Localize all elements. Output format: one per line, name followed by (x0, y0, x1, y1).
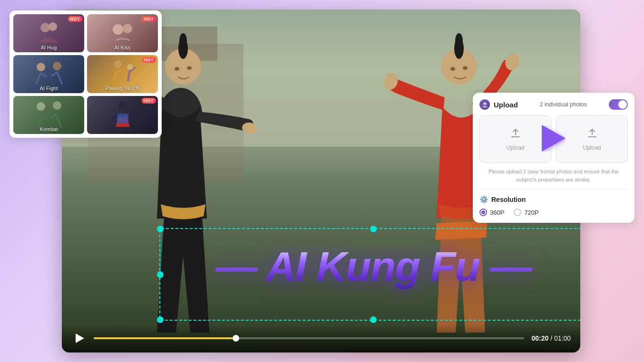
play-icon (76, 333, 84, 343)
radio-720p-label: 720P (524, 209, 538, 216)
svg-point-17 (113, 24, 123, 35)
radio-720p-circle (514, 209, 521, 216)
upload-header: Upload 2 individual photos (479, 99, 628, 110)
upload-panel: Upload 2 individual photos Upload (473, 93, 634, 223)
upload-icon (479, 99, 490, 110)
thumb-ninja-hot: HOT (142, 98, 156, 104)
thumb-ninja[interactable]: HOT (87, 96, 158, 134)
svg-point-7 (187, 66, 192, 70)
upload-title-row: Upload (479, 99, 518, 110)
toggle-knob (618, 100, 627, 109)
svg-point-14 (463, 66, 468, 70)
thumb-taichi-hot: HOT (142, 57, 156, 63)
resolution-720p[interactable]: 720P (514, 209, 538, 216)
resolution-icon: ⚙️ (479, 195, 488, 204)
thumb-kombat-label: Kombat (13, 126, 84, 132)
time-display: 00:20 / 01:00 (531, 334, 571, 342)
thumb-hug-hot: HOT (68, 16, 83, 22)
thumb-ai-fight[interactable]: AI Fight (13, 55, 84, 93)
progress-thumb[interactable] (233, 335, 239, 342)
thumb-hug-label: AI Hug (13, 45, 84, 50)
thumb-kiss-label: AI Kiss (87, 45, 158, 50)
svg-point-10 (455, 33, 463, 48)
upload-slot-1-label: Upload (506, 144, 524, 151)
toggle-individual-photos[interactable] (609, 99, 628, 110)
upload-title-text: Upload (494, 101, 518, 109)
svg-point-13 (450, 67, 455, 71)
svg-point-18 (123, 24, 132, 33)
resolution-title-text: Resolution (491, 196, 526, 203)
thumb-ai-hug[interactable]: AI Hug HOT (13, 14, 84, 52)
upload-hint: Please upload 2 clear frontal photos and… (479, 168, 628, 183)
resolution-title-row: ⚙️ Resolution (479, 195, 628, 204)
thumbnail-panel: AI Hug HOT AI Kiss HOT (10, 10, 162, 138)
thumb-kombat[interactable]: Kombat (13, 96, 84, 134)
svg-rect-26 (117, 114, 128, 123)
upload-slot-2[interactable]: Upload (556, 115, 628, 163)
thumb-kiss-hot: HOT (142, 16, 156, 22)
radio-360p-dot (481, 210, 485, 214)
svg-point-6 (175, 67, 179, 71)
thumb-taichi-label: Playing Tai Chi (87, 86, 158, 91)
upload-slot-1[interactable]: Upload (479, 115, 551, 163)
current-time: 00:20 (531, 334, 548, 342)
svg-point-15 (40, 23, 50, 32)
thumb-fight-label: AI Fight (13, 86, 84, 91)
svg-point-3 (179, 33, 187, 48)
svg-point-25 (118, 101, 127, 110)
play-button[interactable] (71, 331, 87, 346)
video-controls: 00:20 / 01:00 (62, 324, 580, 352)
radio-360p-label: 360P (490, 209, 504, 216)
time-separator: / (548, 334, 554, 342)
upload-arrow-1 (510, 127, 521, 142)
upload-slots: Upload Upload (479, 115, 628, 163)
resolution-options: 360P 720P (479, 209, 628, 216)
svg-point-19 (37, 63, 45, 71)
svg-point-24 (53, 101, 61, 110)
thumb-ai-kiss[interactable]: AI Kiss HOT (87, 14, 158, 52)
total-time: 01:00 (554, 334, 571, 342)
progress-bar[interactable] (94, 337, 524, 339)
svg-point-16 (49, 22, 57, 31)
video-title: — AI Kung Fu — (162, 242, 580, 291)
upload-count: 2 individual photos (540, 101, 587, 108)
progress-fill (94, 337, 236, 339)
svg-point-20 (53, 62, 61, 70)
svg-point-23 (37, 102, 45, 111)
upload-arrow-2 (586, 127, 598, 142)
radio-360p-circle (479, 209, 487, 216)
upload-slot-2-label: Upload (583, 144, 601, 151)
resolution-360p[interactable]: 360P (479, 209, 504, 216)
svg-point-22 (127, 64, 133, 70)
resolution-section: ⚙️ Resolution 360P 720P (479, 189, 628, 216)
thumb-taichi[interactable]: Playing Tai Chi HOT (87, 55, 158, 93)
